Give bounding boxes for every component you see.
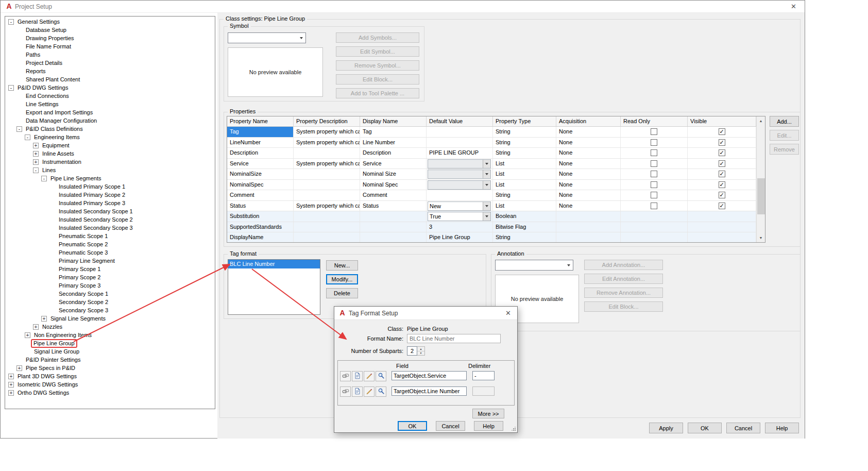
cell-read-only[interactable]: [621, 201, 688, 211]
cell-visible[interactable]: ✓: [688, 159, 756, 169]
tree-item-end-connections[interactable]: End Connections: [6, 92, 215, 100]
field-input[interactable]: TargetObject.Service: [392, 371, 467, 380]
cell-default-value[interactable]: 3: [427, 222, 493, 232]
cell-property-description[interactable]: System property which ca...: [294, 201, 360, 211]
cell-property-description[interactable]: [294, 222, 360, 232]
tree-item-project-details[interactable]: Project Details: [6, 59, 215, 67]
tag-format-list[interactable]: BLC Line Number: [228, 259, 320, 315]
expand-plus-icon[interactable]: +: [33, 151, 39, 157]
tree-item-pipe-specs-in-p-id[interactable]: +Pipe Specs in P&ID: [6, 364, 215, 372]
chevron-down-icon[interactable]: [483, 160, 490, 168]
cell-property-description[interactable]: [294, 148, 360, 158]
pencil-icon-button[interactable]: [364, 386, 375, 397]
cell-display-name[interactable]: Tag: [360, 127, 427, 137]
cell-property-name[interactable]: DisplayName: [227, 232, 294, 243]
cell-default-value[interactable]: PIPE LINE GROUP: [427, 148, 493, 158]
default-value-dropdown[interactable]: [428, 170, 491, 179]
cell-acquisition[interactable]: [556, 222, 621, 232]
cell-read-only[interactable]: [621, 159, 688, 169]
expand-plus-icon[interactable]: +: [16, 365, 22, 371]
visible-checkbox[interactable]: ✓: [719, 192, 725, 198]
collapse-minus-icon[interactable]: -: [33, 167, 39, 173]
cell-property-description[interactable]: System property which ca...: [294, 127, 360, 137]
column-header-visible[interactable]: Visible: [688, 116, 756, 126]
tree-item-ortho-dwg-settings[interactable]: +Ortho DWG Settings: [6, 389, 215, 397]
tree-item-insulated-secondary-scope-3[interactable]: Insulated Secondary Scope 3: [6, 224, 215, 232]
expand-plus-icon[interactable]: +: [25, 332, 30, 338]
new-button[interactable]: New...: [326, 260, 358, 271]
tree-item-insulated-primary-scope-3[interactable]: Insulated Primary Scope 3: [6, 199, 215, 207]
collapse-minus-icon[interactable]: -: [8, 19, 14, 25]
tree-item-insulated-primary-scope-2[interactable]: Insulated Primary Scope 2: [6, 191, 215, 199]
cell-property-name[interactable]: NominalSpec: [227, 180, 294, 190]
vertical-scrollbar[interactable]: ▲ ▼: [756, 116, 765, 242]
tree-item-paths[interactable]: Paths: [6, 51, 215, 59]
cell-property-type[interactable]: String: [493, 190, 556, 200]
delimiter-input[interactable]: -: [472, 371, 495, 380]
tree-item-secondary-scope-1[interactable]: Secondary Scope 1: [6, 290, 215, 298]
cell-property-name[interactable]: Status: [227, 201, 294, 211]
document-icon-button[interactable]: [352, 386, 363, 397]
visible-checkbox[interactable]: ✓: [719, 171, 725, 177]
tree-item-instrumentation[interactable]: +Instrumentation: [6, 158, 215, 166]
collapse-minus-icon[interactable]: -: [16, 126, 22, 132]
visible-checkbox[interactable]: ✓: [719, 128, 725, 135]
cell-read-only[interactable]: [621, 180, 688, 190]
tree-item-pneumatic-scope-3[interactable]: Pneumatic Scope 3: [6, 248, 215, 257]
cell-display-name[interactable]: Service: [360, 159, 427, 169]
tree-item-p-id-painter-settings[interactable]: P&ID Painter Settings: [6, 356, 215, 364]
field-input[interactable]: TargetObject.Line Number: [392, 386, 467, 396]
cancel-button[interactable]: Cancel: [436, 421, 465, 431]
column-header-property-description[interactable]: Property Description: [294, 116, 360, 126]
column-header-read-only[interactable]: Read Only: [621, 116, 688, 126]
tree-item-reports[interactable]: Reports: [6, 67, 215, 75]
cell-visible[interactable]: ✓: [688, 138, 756, 148]
cell-property-name[interactable]: Substitution: [227, 211, 294, 222]
help-button[interactable]: Help: [474, 421, 503, 431]
visible-checkbox[interactable]: ✓: [719, 139, 725, 146]
tree-item-signal-line-group[interactable]: Signal Line Group: [6, 347, 215, 356]
cell-property-type[interactable]: List: [493, 159, 556, 169]
expand-plus-icon[interactable]: +: [8, 374, 14, 379]
cell-property-type[interactable]: List: [493, 180, 556, 190]
cell-property-name[interactable]: LineNumber: [227, 138, 294, 148]
cell-default-value[interactable]: [427, 180, 493, 190]
cell-display-name[interactable]: [360, 211, 427, 222]
cell-default-value[interactable]: New: [427, 201, 493, 211]
cell-acquisition[interactable]: [556, 232, 621, 243]
tag-format-item-blc-line-number[interactable]: BLC Line Number: [228, 260, 320, 268]
cell-display-name[interactable]: Description: [360, 148, 427, 158]
subparts-stepper[interactable]: 2 ▲▼: [407, 346, 425, 356]
tree-item-primary-scope-2[interactable]: Primary Scope 2: [6, 273, 215, 281]
cell-property-type[interactable]: String: [493, 232, 556, 243]
cell-property-name[interactable]: Comment: [227, 190, 294, 200]
column-header-acquisition[interactable]: Acquisition: [556, 116, 621, 126]
cell-display-name[interactable]: [360, 222, 427, 232]
chain-icon-button[interactable]: [340, 371, 351, 381]
cell-property-name[interactable]: Service: [227, 159, 294, 169]
ok-button[interactable]: OK: [398, 421, 427, 431]
cell-acquisition[interactable]: None: [556, 201, 621, 211]
cell-property-type[interactable]: String: [493, 148, 556, 158]
cell-acquisition[interactable]: [556, 211, 621, 222]
cell-display-name[interactable]: Line Number: [360, 138, 427, 148]
tree-item-file-name-format[interactable]: File Name Format: [6, 42, 215, 51]
spinner-down-icon[interactable]: ▼: [417, 351, 424, 356]
tree-item-isometric-dwg-settings[interactable]: +Isometric DWG Settings: [6, 380, 215, 389]
cell-visible[interactable]: ✓: [688, 190, 756, 200]
tree-item-drawing-properties[interactable]: Drawing Properties: [6, 34, 215, 42]
read-only-checkbox[interactable]: [651, 128, 657, 135]
close-icon[interactable]: ✕: [791, 3, 796, 10]
tree-item-pneumatic-scope-2[interactable]: Pneumatic Scope 2: [6, 240, 215, 248]
magnifier-icon-button[interactable]: [376, 371, 386, 381]
cell-read-only[interactable]: [621, 127, 688, 137]
cell-default-value[interactable]: [427, 159, 493, 169]
read-only-checkbox[interactable]: [651, 139, 657, 146]
default-value-dropdown[interactable]: [428, 180, 491, 190]
cell-property-name[interactable]: NominalSize: [227, 169, 294, 179]
cell-property-type[interactable]: Bitwise Flag: [493, 222, 556, 232]
tree-item-signal-line-segments[interactable]: +Signal Line Segments: [6, 314, 215, 323]
annotation-dropdown[interactable]: [495, 260, 573, 271]
column-header-display-name[interactable]: Display Name: [360, 116, 427, 126]
tree-item-primary-line-segment[interactable]: Primary Line Segment: [6, 257, 215, 265]
